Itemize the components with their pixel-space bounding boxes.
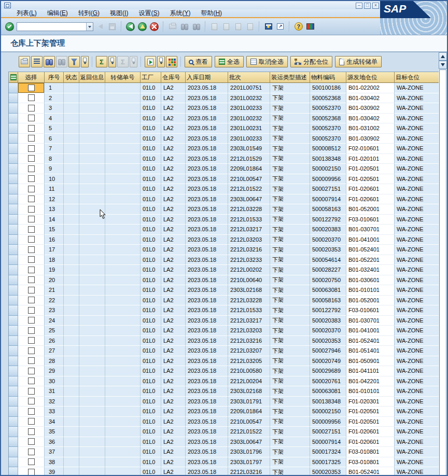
views-icon[interactable]: [166, 56, 177, 67]
find-next-icon[interactable]: [191, 22, 201, 32]
row-checkbox-cell[interactable]: [18, 255, 45, 265]
column-header[interactable]: 工厂: [141, 72, 161, 83]
row-checkbox[interactable]: [28, 216, 35, 222]
last-page-icon[interactable]: [245, 22, 255, 32]
row-checkbox[interactable]: [28, 135, 35, 142]
row-checkbox[interactable]: [28, 115, 35, 121]
column-header[interactable]: 入库日期: [186, 72, 228, 83]
deselect-all-button[interactable]: 取消全选: [246, 56, 288, 67]
row-checkbox[interactable]: [28, 307, 35, 314]
row-checkbox[interactable]: [28, 206, 35, 213]
column-header[interactable]: 批次: [228, 72, 270, 83]
row-checkbox-cell[interactable]: [18, 407, 45, 417]
row-selector[interactable]: [9, 235, 18, 245]
exit-icon[interactable]: [137, 22, 147, 32]
row-checkbox[interactable]: [28, 398, 35, 404]
row-checkbox[interactable]: [28, 145, 35, 152]
row-checkbox[interactable]: [28, 267, 35, 273]
row-checkbox[interactable]: [28, 246, 35, 253]
row-selector[interactable]: [9, 457, 18, 468]
row-selector[interactable]: [9, 417, 18, 427]
row-selector[interactable]: [9, 356, 18, 367]
filter-dropdown-icon[interactable]: [81, 56, 89, 67]
row-selector[interactable]: [9, 164, 18, 174]
row-checkbox[interactable]: [28, 125, 35, 132]
menu-item[interactable]: 视图(I): [105, 9, 133, 18]
row-checkbox-cell[interactable]: [18, 326, 45, 336]
row-checkbox-cell[interactable]: [18, 204, 45, 215]
row-checkbox[interactable]: [28, 388, 35, 395]
row-selector[interactable]: [9, 336, 18, 346]
row-checkbox[interactable]: [28, 357, 35, 364]
row-selector[interactable]: [9, 386, 18, 397]
row-checkbox[interactable]: [28, 236, 35, 243]
row-checkbox-cell[interactable]: [18, 427, 45, 437]
row-selector[interactable]: [9, 437, 18, 447]
row-checkbox[interactable]: [28, 458, 35, 465]
enter-arrow-icon[interactable]: [95, 22, 105, 32]
row-selector[interactable]: [9, 154, 18, 164]
export-icon[interactable]: [145, 56, 156, 67]
row-checkbox-cell[interactable]: [18, 336, 45, 346]
select-all-button[interactable]: 全选: [215, 56, 244, 67]
row-checkbox[interactable]: [28, 297, 35, 303]
customize-layout-icon[interactable]: [305, 22, 315, 32]
row-checkbox-cell[interactable]: [18, 417, 45, 427]
row-checkbox-cell[interactable]: [18, 437, 45, 447]
row-checkbox-cell[interactable]: [18, 114, 45, 124]
row-checkbox[interactable]: [28, 377, 35, 384]
row-checkbox[interactable]: [28, 155, 35, 162]
row-selector[interactable]: [9, 275, 18, 286]
row-checkbox-cell[interactable]: [18, 123, 45, 134]
row-checkbox-cell[interactable]: [18, 316, 45, 326]
row-checkbox[interactable]: [28, 368, 35, 374]
column-header[interactable]: 仓库号: [161, 72, 186, 83]
row-checkbox-cell[interactable]: [18, 235, 45, 245]
close-button[interactable]: ×: [372, 3, 379, 9]
row-checkbox-cell[interactable]: [18, 103, 45, 114]
row-checkbox-cell[interactable]: [18, 245, 45, 255]
row-checkbox[interactable]: [28, 418, 35, 425]
row-checkbox-cell[interactable]: [18, 215, 45, 225]
find-list-icon[interactable]: [44, 56, 55, 67]
command-dropdown-icon[interactable]: [86, 23, 93, 31]
row-checkbox-cell[interactable]: [18, 93, 45, 104]
find-next-list-icon[interactable]: [56, 56, 67, 67]
row-checkbox[interactable]: [28, 347, 35, 354]
row-checkbox-cell[interactable]: [18, 154, 45, 164]
row-selector[interactable]: [9, 245, 18, 255]
scroll-down-button[interactable]: [439, 61, 447, 69]
row-selector[interactable]: [9, 376, 18, 387]
row-checkbox-cell[interactable]: [18, 366, 45, 376]
row-selector[interactable]: [9, 366, 18, 376]
command-field[interactable]: [17, 22, 93, 31]
assign-bin-button[interactable]: 分配仓位: [290, 56, 332, 67]
row-selector[interactable]: [9, 103, 18, 114]
row-selector[interactable]: [9, 144, 18, 154]
next-page-icon[interactable]: [233, 22, 243, 32]
column-header[interactable]: 状态: [64, 72, 79, 83]
back-icon[interactable]: [125, 22, 135, 32]
row-checkbox[interactable]: [28, 105, 35, 111]
row-checkbox[interactable]: [28, 175, 35, 182]
menu-item[interactable]: 帮助(H): [195, 9, 227, 18]
row-checkbox-cell[interactable]: [18, 144, 45, 154]
row-selector[interactable]: [9, 174, 18, 185]
row-checkbox[interactable]: [28, 165, 35, 172]
row-checkbox-cell[interactable]: [18, 83, 45, 93]
find-icon[interactable]: [179, 22, 189, 32]
row-selector[interactable]: [9, 225, 18, 235]
sum-dropdown-icon[interactable]: [108, 56, 116, 67]
print-list-icon[interactable]: [19, 56, 30, 67]
row-checkbox[interactable]: [28, 186, 35, 192]
command-input[interactable]: [17, 23, 86, 30]
save-icon[interactable]: [107, 22, 117, 32]
row-checkbox-cell[interactable]: [18, 305, 45, 316]
column-header[interactable]: 目标仓位: [395, 72, 440, 83]
row-selector[interactable]: [9, 397, 18, 407]
row-checkbox[interactable]: [28, 449, 35, 455]
row-selector[interactable]: [9, 83, 18, 93]
row-selector[interactable]: [9, 255, 18, 265]
row-checkbox-cell[interactable]: [18, 174, 45, 185]
filter-icon[interactable]: [68, 56, 80, 67]
